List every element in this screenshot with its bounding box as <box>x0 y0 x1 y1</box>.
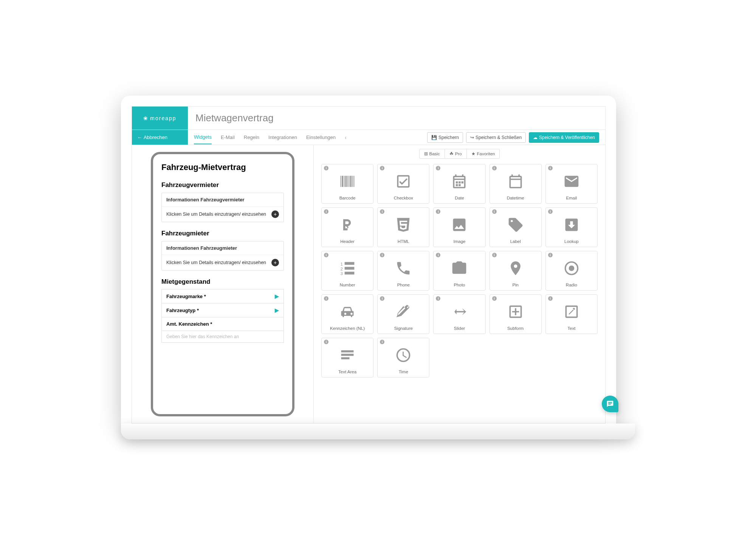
info-icon[interactable]: i <box>380 253 384 257</box>
filter-basic[interactable]: ⊞Basic <box>419 149 445 159</box>
widget-signature[interactable]: iSignature <box>377 294 429 334</box>
email-icon <box>563 167 580 196</box>
widget-html[interactable]: iHTML <box>377 207 429 247</box>
pin-icon <box>507 254 524 283</box>
info-icon[interactable]: i <box>380 209 384 214</box>
widget-image[interactable]: iImage <box>433 207 485 247</box>
svg-rect-4 <box>345 267 355 269</box>
widget-textarea[interactable]: iText Area <box>321 338 373 377</box>
widget-label[interactable]: iLabel <box>490 207 542 247</box>
lookup-icon <box>563 210 580 239</box>
info-icon[interactable]: i <box>436 209 440 214</box>
info-icon[interactable]: i <box>548 166 553 170</box>
info-icon[interactable]: i <box>492 253 497 257</box>
info-icon[interactable]: i <box>492 209 497 214</box>
widget-label: Number <box>340 283 355 288</box>
info-icon[interactable]: i <box>380 296 384 301</box>
time-icon <box>395 340 412 370</box>
info-icon[interactable]: i <box>324 340 328 344</box>
widget-header[interactable]: iHeader <box>321 207 373 247</box>
svg-text:2: 2 <box>341 266 343 271</box>
widget-radio[interactable]: iRadio <box>545 251 598 291</box>
svg-text:3: 3 <box>341 271 343 276</box>
widget-email[interactable]: iEmail <box>545 164 598 204</box>
label-icon <box>507 210 524 239</box>
svg-rect-7 <box>341 354 354 356</box>
info-icon[interactable]: i <box>548 253 553 257</box>
info-icon[interactable]: i <box>324 253 328 257</box>
filter-favorites[interactable]: ★Favoriten <box>467 149 500 159</box>
info-icon[interactable]: i <box>436 253 440 257</box>
widget-barcode[interactable]: iBarcode <box>321 164 373 204</box>
widget-label: Subform <box>507 326 524 331</box>
plus-icon[interactable]: + <box>271 259 279 266</box>
field-kennzeichen-placeholder[interactable]: Geben Sie hier das Kennzeichen an <box>161 331 284 343</box>
widget-text[interactable]: iText <box>545 294 598 334</box>
save-publish-button[interactable]: ☁Speichern & Veröffentlichen <box>529 132 599 143</box>
field-marke[interactable]: Fahrzeugmarke *▶ <box>161 289 284 303</box>
info-icon[interactable]: i <box>324 209 328 214</box>
info-icon[interactable]: i <box>380 166 384 170</box>
brand-logo[interactable]: ❀ moreapp <box>132 107 188 130</box>
info-icon[interactable]: i <box>380 340 384 344</box>
widget-photo[interactable]: iPhoto <box>433 251 485 291</box>
widget-label: Lookup <box>564 239 579 244</box>
chat-fab[interactable] <box>602 396 618 412</box>
widget-label: Radio <box>566 283 577 288</box>
tab-widgets[interactable]: Widgets <box>194 130 212 144</box>
widget-pin[interactable]: iPin <box>490 251 542 291</box>
widget-number[interactable]: i123Number <box>321 251 373 291</box>
save-button[interactable]: 💾Speichern <box>427 132 463 143</box>
save-close-button[interactable]: ↪Speichern & Schließen <box>466 132 526 143</box>
widget-date[interactable]: iDate <box>433 164 485 204</box>
widget-label: Image <box>454 239 466 244</box>
widget-label: Header <box>340 239 355 244</box>
widget-label: Datetime <box>507 196 524 201</box>
widget-time[interactable]: iTime <box>377 338 429 377</box>
subform-mieter[interactable]: Informationen Fahrzeugmieter Klicken Sie… <box>161 241 284 271</box>
info-icon[interactable]: i <box>436 166 440 170</box>
widget-checkbox[interactable]: iCheckbox <box>377 164 429 204</box>
tab-integrations[interactable]: Integrationen <box>268 131 297 144</box>
barcode-icon <box>339 167 356 196</box>
widget-phone[interactable]: iPhone <box>377 251 429 291</box>
info-icon[interactable]: i <box>492 296 497 301</box>
widget-label: Label <box>510 239 521 244</box>
widget-lookup[interactable]: iLookup <box>545 207 598 247</box>
widget-label: Phone <box>397 283 410 288</box>
filter-pro[interactable]: ☘Pro <box>445 149 467 159</box>
caret-right-icon: ▶ <box>275 293 279 299</box>
widget-label: Date <box>455 196 464 201</box>
widget-datetime[interactable]: iDatetime <box>490 164 542 204</box>
textarea-icon <box>339 340 356 370</box>
chevron-left-icon[interactable]: ‹ <box>345 135 347 141</box>
chat-icon <box>606 400 614 408</box>
html-icon <box>395 210 412 239</box>
info-icon[interactable]: i <box>492 166 497 170</box>
widget-label: Time <box>399 370 408 375</box>
plus-icon[interactable]: + <box>271 210 279 218</box>
photo-icon <box>451 254 468 283</box>
info-icon[interactable]: i <box>324 166 328 170</box>
info-icon[interactable]: i <box>548 209 553 214</box>
subform-vermieter[interactable]: Informationen Fahrzeugvermieter Klicken … <box>161 193 284 222</box>
widget-subform[interactable]: iSubform <box>490 294 542 334</box>
tab-settings[interactable]: Einstellungen <box>306 131 336 144</box>
tab-rules[interactable]: Regeln <box>244 131 259 144</box>
signature-icon <box>395 297 412 326</box>
info-icon[interactable]: i <box>436 296 440 301</box>
info-icon[interactable]: i <box>548 296 553 301</box>
svg-rect-5 <box>345 272 355 274</box>
exit-icon: ↪ <box>470 135 474 140</box>
tab-email[interactable]: E-Mail <box>221 131 235 144</box>
svg-text:1: 1 <box>341 261 343 266</box>
info-icon[interactable]: i <box>324 296 328 301</box>
cancel-button[interactable]: ← Abbrechen <box>132 130 188 145</box>
widget-label: Slider <box>454 326 465 331</box>
date-icon <box>451 167 468 196</box>
widget-licenseplate[interactable]: iKennzeichen (NL) <box>321 294 373 334</box>
widget-slider[interactable]: iSlider <box>433 294 485 334</box>
widget-label: Pin <box>512 283 519 288</box>
field-kennzeichen[interactable]: Amt. Kennzeichen * <box>161 317 284 331</box>
field-typ[interactable]: Fahrzeugtyp *▶ <box>161 303 284 317</box>
